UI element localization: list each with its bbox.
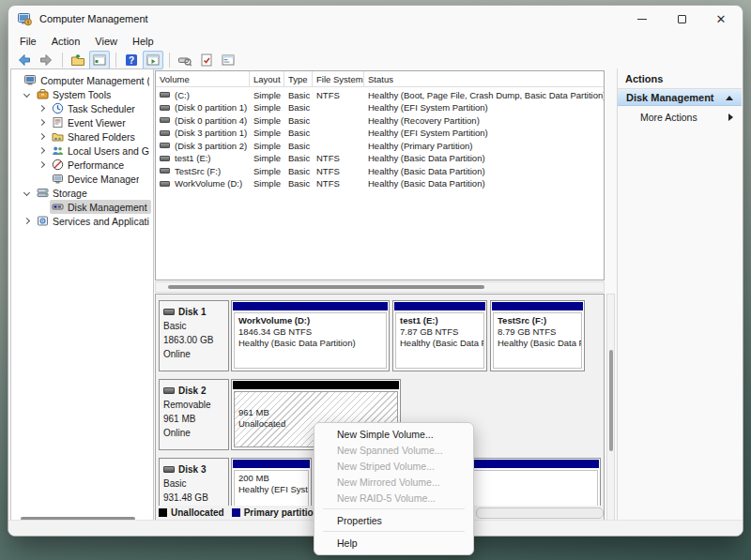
disk-icon <box>163 466 175 473</box>
column-header-layout[interactable]: Layout <box>250 71 284 87</box>
disk-label-disk-1[interactable]: Disk 1Basic1863.00 GBOnline <box>159 300 229 371</box>
performance-icon <box>52 159 64 171</box>
context-menu-item-help[interactable]: Help <box>314 535 473 551</box>
tree-item-local-users-and-groups[interactable]: Local Users and Groups <box>11 144 153 158</box>
context-menu: New Simple Volume...New Spanned Volume..… <box>314 422 474 555</box>
toolbar-button-export-list[interactable] <box>68 51 88 69</box>
disk-view-vscrollbar[interactable] <box>606 294 615 521</box>
volume-row-disk-3-partition-2[interactable]: (Disk 3 partition 2)SimpleBasicHealthy (… <box>156 140 604 153</box>
context-menu-item-properties[interactable]: Properties <box>314 512 473 528</box>
menu-item-action[interactable]: Action <box>44 34 88 49</box>
disk-icon <box>163 309 175 315</box>
actions-title: Actions <box>618 68 742 89</box>
volume-row-disk-3-partition-1[interactable]: (Disk 3 partition 1)SimpleBasicHealthy (… <box>156 127 604 140</box>
tree-item-label: Device Manager <box>68 174 139 185</box>
toolbar-button-action-pane[interactable] <box>143 51 163 69</box>
volume-cell-text: Basic <box>288 90 310 100</box>
volume-row-disk-0-partition-4[interactable]: (Disk 0 partition 4)SimpleBasicHealthy (… <box>156 114 604 128</box>
close-button[interactable]: ✕ <box>701 6 741 32</box>
tree-item-highlight: Storage <box>35 186 91 200</box>
partition-test1-e[interactable]: test1 (E:)7.87 GB NTFSHealthy (Basic Dat… <box>392 300 487 371</box>
minimize-button[interactable] <box>622 6 662 32</box>
disk-view-hscrollbar-thumb[interactable] <box>476 507 604 519</box>
maximize-button[interactable] <box>662 6 701 32</box>
partition-workvolume-d[interactable]: WorkVolume (D:)1846.34 GB NTFSHealthy (B… <box>231 300 390 371</box>
menu-item-file[interactable]: File <box>12 34 44 49</box>
chevron-right-icon[interactable] <box>38 105 45 112</box>
tree-item-services-and-applications[interactable]: Services and Applications <box>11 214 153 228</box>
volume-icon <box>160 130 170 136</box>
tree-item-event-viewer[interactable]: Event Viewer <box>11 115 153 129</box>
primary-partition-color-bar <box>492 302 583 310</box>
tree-item-disk-management[interactable]: Disk Management <box>11 200 153 214</box>
toolbar-button-forward[interactable] <box>36 51 56 69</box>
chevron-down-icon[interactable] <box>23 189 30 196</box>
toolbar-button-back[interactable] <box>14 51 35 69</box>
tree-item-highlight: Event Viewer <box>50 115 130 129</box>
volume-cell-fs <box>313 101 364 114</box>
volume-row-test1-e[interactable]: test1 (E:)SimpleBasicNTFSHealthy (Basic … <box>156 152 604 165</box>
volume-list-hscrollbar-thumb[interactable] <box>168 285 484 289</box>
partition-status: Healthy (Basic Data Partition) <box>498 338 577 349</box>
primary-partition-color-bar <box>394 302 485 310</box>
volume-row-workvolume-d[interactable]: WorkVolume (D:)SimpleBasicNTFSHealthy (B… <box>156 177 604 190</box>
partition-testsrc-f[interactable]: TestSrc (F:)8.79 GB NTFSHealthy (Basic D… <box>490 300 585 371</box>
volume-row-disk-0-partition-1[interactable]: (Disk 0 partition 1)SimpleBasicHealthy (… <box>156 101 604 114</box>
chevron-down-icon[interactable] <box>23 91 30 98</box>
volume-cell-text: Simple <box>253 115 281 126</box>
volume-list-hscrollbar[interactable] <box>155 281 605 293</box>
tree-item-storage[interactable]: Storage <box>11 186 153 200</box>
disk-label-disk-2[interactable]: Disk 2Removable961 MBOnline <box>159 379 229 450</box>
more-actions-item[interactable]: More Actions <box>618 109 742 126</box>
column-header-file-system[interactable]: File System <box>313 71 364 87</box>
toolbar-button-help[interactable]: ? <box>121 51 142 69</box>
tree-item-label: Event Viewer <box>68 117 126 129</box>
chevron-right-icon[interactable] <box>38 161 45 168</box>
volume-row-testsrc-f[interactable]: TestSrc (F:)SimpleBasicNTFSHealthy (Basi… <box>156 165 604 178</box>
context-menu-item-new-simple-volume[interactable]: New Simple Volume... <box>314 426 473 442</box>
menu-item-view[interactable]: View <box>87 34 125 49</box>
chevron-right-icon[interactable] <box>38 133 45 140</box>
volume-cell-layout: Simple <box>250 89 284 102</box>
disk-size: 931.48 GB <box>163 491 224 505</box>
volume-cell-text: Basic <box>288 141 310 151</box>
forward-icon <box>38 53 54 68</box>
volume-cell-text: Basic <box>288 178 310 189</box>
toolbar-button-properties[interactable] <box>218 51 238 69</box>
toolbar-button-check-disk[interactable] <box>196 51 217 69</box>
chevron-right-icon[interactable] <box>23 218 30 224</box>
tree-item-shared-folders[interactable]: Shared Folders <box>11 129 153 144</box>
export-list-icon <box>70 53 85 68</box>
volume-icon <box>160 156 170 161</box>
chevron-right-icon[interactable] <box>38 119 45 126</box>
toolbar-separator <box>62 53 63 68</box>
disk-view-vscrollbar-thumb[interactable] <box>609 350 613 451</box>
tree-item-device-manager[interactable]: Device Manager <box>11 172 153 186</box>
tree-item-performance[interactable]: Performance <box>11 158 153 172</box>
context-menu-item-new-striped-volume: New Striped Volume... <box>314 458 473 474</box>
legend-swatch-primary-partition <box>232 508 240 517</box>
toolbar-button-rescan-disks[interactable] <box>175 51 195 69</box>
services-icon <box>37 215 49 227</box>
tree-item-label: Performance <box>68 159 124 171</box>
disk-row-disk-1: Disk 1Basic1863.00 GBOnlineWorkVolume (D… <box>156 298 604 373</box>
column-header-volume[interactable]: Volume <box>156 71 250 87</box>
column-header-type[interactable]: Type <box>284 71 313 87</box>
column-header-status[interactable]: Status <box>364 71 605 87</box>
volume-row-c[interactable]: (C:)SimpleBasicNTFSHealthy (Boot, Page F… <box>156 89 604 102</box>
menu-item-help[interactable]: Help <box>125 34 161 49</box>
tree-item-system-tools[interactable]: System Tools <box>11 87 153 101</box>
chevron-right-icon[interactable] <box>38 147 45 154</box>
partition-status: Healthy (Basic Data Partition) <box>238 338 382 349</box>
tree-item-label: Computer Management (Local <box>40 75 149 86</box>
volume-icon <box>160 143 170 148</box>
toolbar-button-console-tree[interactable] <box>89 51 110 69</box>
volume-cell-volume: (Disk 3 partition 1) <box>156 127 250 140</box>
tree-item-task-scheduler[interactable]: Task Scheduler <box>11 101 153 115</box>
volume-cell-volume: (Disk 3 partition 2) <box>156 140 250 153</box>
volume-cell-text: NTFS <box>316 178 340 189</box>
volume-icon <box>160 92 170 98</box>
tree-item-computer-management-local[interactable]: Computer Management (Local <box>11 73 153 87</box>
volume-cell-fs: NTFS <box>313 177 364 190</box>
actions-section-disk-management[interactable]: Disk Management <box>618 89 742 106</box>
